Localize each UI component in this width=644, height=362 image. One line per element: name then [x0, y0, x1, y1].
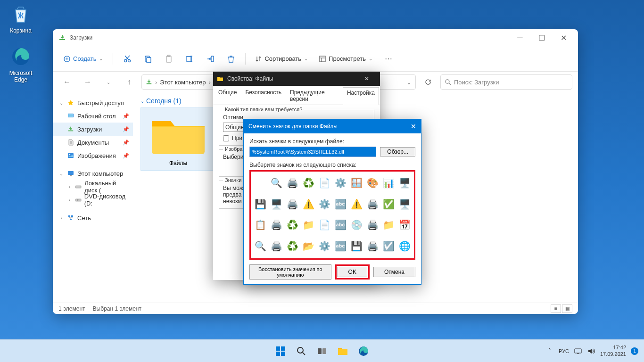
- icon-option[interactable]: 🎨: [365, 173, 380, 192]
- breadcrumb-pc[interactable]: Этот компьютер: [160, 79, 206, 86]
- icon-option[interactable]: ♻️: [301, 173, 316, 192]
- chevron-down-icon[interactable]: ⌄: [406, 79, 412, 86]
- copy-button[interactable]: [139, 50, 157, 67]
- icon-option[interactable]: 💿: [349, 215, 364, 234]
- icon-option[interactable]: 📄: [317, 215, 332, 234]
- icon-option[interactable]: ☑️: [381, 237, 396, 255]
- browse-button[interactable]: Обзор...: [380, 147, 415, 156]
- start-button[interactable]: [271, 342, 290, 361]
- tab-customize[interactable]: Настройка: [343, 87, 379, 105]
- icon-option[interactable]: 🖨️: [285, 173, 300, 192]
- cancel-button[interactable]: Отмена: [373, 267, 415, 277]
- sidebar-this-pc[interactable]: ⌄ Этот компьютер: [53, 167, 133, 180]
- icons-view-button[interactable]: ▦: [562, 304, 572, 313]
- icon-option[interactable]: ♻️: [285, 237, 300, 255]
- edge-taskbar[interactable]: [354, 342, 373, 361]
- details-view-button[interactable]: ≡: [551, 304, 561, 313]
- close-button[interactable]: ✕: [411, 123, 416, 130]
- share-button[interactable]: [201, 50, 220, 67]
- icon-option[interactable]: 📂: [301, 237, 316, 255]
- more-button[interactable]: ⋯: [379, 50, 398, 67]
- close-button[interactable]: ✕: [357, 75, 376, 82]
- explorer-taskbar[interactable]: [333, 342, 352, 361]
- icon-option[interactable]: 🖨️: [269, 215, 284, 234]
- icon-option[interactable]: 🖥️: [397, 195, 412, 214]
- icon-option[interactable]: 🔤: [333, 195, 348, 214]
- sidebar-documents[interactable]: Документы 📌: [53, 136, 133, 149]
- icon-option[interactable]: 🖨️: [285, 195, 300, 214]
- network-icon[interactable]: [574, 347, 582, 355]
- icon-option[interactable]: 📄: [317, 173, 332, 192]
- search-input[interactable]: Поиск: Загрузки: [440, 74, 572, 90]
- sidebar-network[interactable]: › Сеть: [53, 211, 133, 224]
- icon-option[interactable]: 🔍: [269, 173, 284, 192]
- icon-option[interactable]: 🌐: [397, 237, 412, 255]
- search-label: Искать значки в следующем файле:: [249, 138, 415, 145]
- restore-defaults-button[interactable]: Восстановить значения по умолчанию: [249, 264, 331, 280]
- icon-option[interactable]: 🔍: [253, 237, 268, 255]
- back-button[interactable]: ←: [58, 74, 75, 90]
- icon-option[interactable]: ⚙️: [317, 195, 332, 214]
- icon-option[interactable]: ⚙️: [317, 237, 332, 255]
- language-indicator[interactable]: РУС: [559, 348, 569, 354]
- tab-security[interactable]: Безопасность: [241, 87, 286, 105]
- up-button[interactable]: ↑: [121, 74, 138, 90]
- icon-option[interactable]: 📅: [397, 215, 412, 234]
- sort-button[interactable]: Сортировать ⌄: [250, 52, 313, 65]
- icon-option[interactable]: 📋: [253, 215, 268, 234]
- icon-option[interactable]: 💾: [349, 237, 364, 255]
- icon-option[interactable]: 🖨️: [269, 237, 284, 255]
- icon-option[interactable]: 🔤: [333, 237, 348, 255]
- tab-previous[interactable]: Предыдущие версии: [286, 87, 343, 105]
- search-button[interactable]: [292, 342, 311, 361]
- tab-general[interactable]: Общие: [214, 87, 241, 105]
- icon-option[interactable]: 🔤: [333, 215, 348, 234]
- icon-option[interactable]: 🖨️: [365, 195, 380, 214]
- sidebar-dvd[interactable]: › DVD-дисковод (D:: [53, 193, 133, 206]
- icon-option[interactable]: 🪟: [349, 173, 364, 192]
- icon-option[interactable]: ✅: [381, 195, 396, 214]
- notification-badge[interactable]: 1: [631, 347, 638, 355]
- icon-option[interactable]: ⚙️: [333, 173, 348, 192]
- sidebar-local-disk[interactable]: › Локальный диск (: [53, 180, 133, 193]
- pin-icon: 📌: [123, 113, 129, 119]
- icon-option[interactable]: 🖨️: [365, 215, 380, 234]
- refresh-button[interactable]: [420, 74, 437, 90]
- tray-chevron[interactable]: ˄: [545, 347, 554, 355]
- icon-option[interactable]: 📁: [381, 215, 396, 234]
- maximize-button[interactable]: ☐: [531, 30, 553, 45]
- icon-option[interactable]: [253, 173, 268, 192]
- sidebar-pictures[interactable]: Изображения 📌: [53, 149, 133, 162]
- desktop-recycle-bin[interactable]: Корзина: [3, 3, 39, 34]
- minimize-button[interactable]: ─: [509, 30, 531, 45]
- icon-option[interactable]: 📊: [381, 173, 396, 192]
- icon-option[interactable]: 🖨️: [365, 237, 380, 255]
- sidebar-quick-access[interactable]: ⌄ Быстрый доступ: [53, 96, 133, 109]
- icon-path-input[interactable]: %SystemRoot%\System32\SHELL32.dll: [249, 147, 376, 157]
- create-button[interactable]: Создать ⌄: [58, 52, 108, 66]
- cut-button[interactable]: [118, 50, 137, 67]
- desktop-edge[interactable]: Microsoft Edge: [3, 45, 39, 83]
- taskview-button[interactable]: [313, 342, 331, 361]
- delete-button[interactable]: [222, 50, 240, 67]
- view-button[interactable]: Просмотреть ⌄: [314, 52, 377, 65]
- close-button[interactable]: ✕: [553, 30, 574, 45]
- icon-option[interactable]: 🖥️: [269, 195, 284, 214]
- volume-icon[interactable]: [587, 347, 595, 355]
- rename-button[interactable]: [180, 50, 199, 67]
- icon-option[interactable]: ♻️: [285, 215, 300, 234]
- sidebar-desktop[interactable]: Рабочий стол 📌: [53, 109, 133, 123]
- icon-option[interactable]: 📁: [301, 215, 316, 234]
- recent-button[interactable]: ⌄: [100, 74, 117, 90]
- icon-option[interactable]: 💾: [253, 195, 268, 214]
- clock[interactable]: 17:42 17.09.2021: [600, 345, 626, 357]
- icon-option[interactable]: 🖥️: [397, 173, 412, 192]
- forward-button[interactable]: →: [79, 74, 96, 90]
- icon-option[interactable]: ⚠️: [349, 195, 364, 214]
- icon-option[interactable]: ⚠️: [301, 195, 316, 214]
- group-label: Значки: [223, 177, 243, 183]
- folder-item[interactable]: Файлы: [140, 107, 216, 171]
- apply-checkbox[interactable]: [223, 135, 229, 141]
- ok-button[interactable]: OK: [338, 267, 367, 277]
- sidebar-downloads[interactable]: Загрузки 📌: [53, 123, 133, 136]
